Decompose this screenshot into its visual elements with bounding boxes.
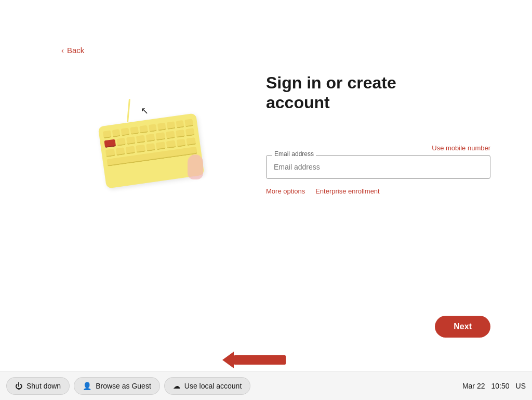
- taskbar-time: 10:50: [491, 382, 510, 390]
- local-account-label: Use local account: [184, 382, 242, 390]
- guest-label: Browse as Guest: [96, 382, 151, 390]
- keyboard-illustration: ↖: [97, 99, 211, 192]
- taskbar: ⏻ Shut down 👤 Browse as Guest ☁ Use loca…: [0, 371, 532, 400]
- back-label: Back: [67, 46, 84, 55]
- next-button-container: Next: [435, 316, 490, 338]
- back-button[interactable]: ‹ Back: [61, 46, 84, 55]
- cable: [127, 99, 130, 122]
- cursor-icon: ↖: [141, 105, 149, 117]
- next-button[interactable]: Next: [435, 316, 490, 338]
- local-account-icon: ☁: [173, 382, 180, 390]
- arrow-body: [234, 355, 286, 365]
- more-options-link[interactable]: More options: [266, 187, 305, 195]
- power-icon: ⏻: [15, 382, 22, 390]
- form-area: Sign in or create account Use mobile num…: [266, 68, 490, 195]
- shutdown-label: Shut down: [26, 382, 61, 390]
- email-input[interactable]: [266, 155, 490, 179]
- red-arrow: [234, 355, 286, 365]
- guest-icon: 👤: [83, 382, 91, 390]
- email-input-group: Email address: [266, 155, 490, 179]
- mouse: [188, 154, 203, 179]
- taskbar-right: Mar 22 10:50 US: [462, 382, 526, 390]
- form-links: More options Enterprise enrollment: [266, 187, 490, 195]
- local-account-button[interactable]: ☁ Use local account: [164, 377, 251, 395]
- chevron-left-icon: ‹: [61, 46, 64, 55]
- enterprise-enrollment-link[interactable]: Enterprise enrollment: [315, 187, 380, 195]
- shutdown-button[interactable]: ⏻ Shut down: [6, 377, 70, 395]
- email-label: Email address: [272, 150, 316, 158]
- browse-guest-button[interactable]: 👤 Browse as Guest: [74, 377, 160, 395]
- main-content: ↖: [0, 68, 532, 195]
- page-title: Sign in or create account: [266, 73, 490, 113]
- illustration-area: ↖: [42, 68, 266, 192]
- keyboard: [98, 113, 205, 188]
- taskbar-locale: US: [516, 382, 526, 390]
- arrow-head: [222, 352, 234, 368]
- taskbar-date: Mar 22: [462, 382, 485, 390]
